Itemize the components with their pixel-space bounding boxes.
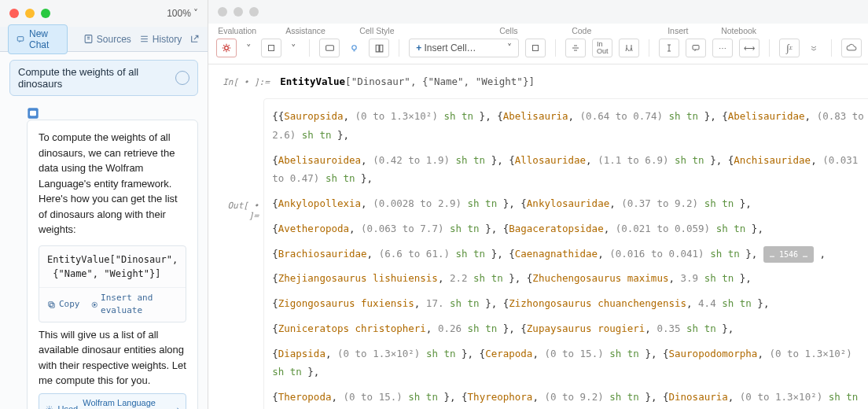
history-button[interactable]: History: [139, 34, 182, 45]
code-block: EntityValue["Dinosaur", {"Name", "Weight…: [39, 245, 186, 322]
insert-evaluate-button[interactable]: Insert and evaluate: [91, 292, 178, 318]
stop-icon: [267, 43, 276, 53]
assistant-icon: [27, 107, 198, 120]
cloud-button[interactable]: [841, 39, 862, 57]
output-row: {Zigongosaurus fuxiensis, 17. sh tn }, {…: [272, 291, 868, 316]
svg-rect-0: [17, 36, 24, 40]
chevron-right-icon: ›: [177, 403, 180, 409]
assistant-mid-text: This will give us a list of all availabl…: [39, 327, 186, 389]
output-row: {Theropoda, (0 to 15.) sh tn }, {Thyreop…: [272, 385, 868, 409]
chat-icon: [17, 34, 24, 45]
gear-red-icon: [221, 42, 232, 53]
left-titlebar: 100% ˅: [0, 0, 208, 27]
in-label: In[ • ]:=: [223, 77, 270, 87]
right-titlebar: [208, 0, 868, 24]
cloud-icon: [846, 42, 857, 53]
list-icon: [139, 34, 149, 44]
output-row: {Zuniceratops christopheri, 0.26 sh tn }…: [272, 316, 868, 341]
svg-rect-3: [30, 111, 36, 116]
output-row: {Ankylopollexia, (0.0028 to 2.9) sh tn }…: [272, 191, 868, 216]
window-controls-right: [218, 7, 259, 17]
iconize-button[interactable]: ⋯: [712, 39, 733, 57]
notebook-body: In[ • ]:= EntityValue["Dinosaur", {"Name…: [208, 64, 868, 409]
user-avatar-icon: [175, 71, 189, 85]
divide-icon: [571, 43, 580, 53]
clear-out-button[interactable]: [619, 39, 639, 57]
abort-dropdown[interactable]: ˅: [288, 39, 300, 57]
svg-rect-5: [49, 301, 53, 306]
svg-rect-4: [50, 303, 54, 308]
tool-chip[interactable]: Used Wolfram Language Evaluator ›: [39, 393, 186, 410]
comment-button[interactable]: [686, 39, 706, 57]
minimize-dot[interactable]: [25, 9, 35, 18]
svg-rect-12: [533, 46, 539, 51]
chat-pane: 100% ˅ New Chat Sources History Compute …: [0, 0, 208, 409]
output-cell: Out[ • ]= {{Sauropsida, (0 to 1.3×10²) s…: [223, 98, 868, 409]
output-box: {{Sauropsida, (0 to 1.3×10²) sh tn }, {A…: [263, 98, 868, 409]
ribbon-labels: Evaluation Assistance Cell Style Cells C…: [208, 24, 868, 35]
user-message: Compute the weights of all dinosaurs: [9, 60, 198, 96]
eval-dropdown[interactable]: ˅: [243, 39, 255, 57]
output-row: {Avetheropoda, (0.063 to 7.7) sh tn }, {…: [272, 216, 868, 241]
chat-toolbar: New Chat Sources History: [0, 27, 208, 52]
cursor-button[interactable]: [659, 39, 679, 57]
more-badge[interactable]: … 1546 …: [763, 246, 814, 263]
sweep-icon: [624, 43, 634, 53]
play-icon: [91, 300, 98, 309]
abort-button[interactable]: [261, 39, 281, 57]
close-dot[interactable]: [9, 9, 19, 18]
book-icon: [374, 43, 384, 53]
sources-button[interactable]: Sources: [83, 34, 131, 45]
integral-button[interactable]: ∫Σ: [779, 39, 800, 57]
input-cell[interactable]: In[ • ]:= EntityValue["Dinosaur", {"Name…: [223, 76, 868, 87]
assistant-intro-text: To compute the weights of all dinosaurs,…: [39, 130, 186, 238]
evaluate-button[interactable]: [216, 39, 237, 57]
chevrons-down-icon: [809, 43, 818, 53]
output-row: {Diapsida, (0 to 1.3×10²) sh tn }, {Cera…: [272, 341, 868, 385]
cell-bracket-button[interactable]: [525, 39, 546, 57]
svg-point-8: [225, 46, 229, 50]
bulb-icon: [349, 43, 359, 53]
cursor-icon: [664, 43, 674, 53]
docs-button[interactable]: [369, 39, 389, 57]
zoom-dot[interactable]: [249, 7, 259, 17]
chevron-down-icon: ˅: [507, 42, 512, 53]
insert-cell-dropdown[interactable]: + Insert Cell… ˅: [409, 39, 519, 57]
output-row: {Zhejiangosaurus lishuiensis, 2.2 sh tn …: [272, 266, 868, 291]
svg-point-11: [352, 45, 356, 49]
bulb-button[interactable]: [346, 39, 362, 57]
popout-button[interactable]: [189, 34, 200, 44]
insert-more-button[interactable]: [806, 39, 822, 57]
bracket-icon: [531, 43, 540, 53]
close-dot[interactable]: [218, 7, 227, 17]
external-icon: [189, 34, 200, 44]
code-content: EntityValue["Dinosaur", {"Name", "Weight…: [39, 246, 186, 287]
sources-icon: [83, 34, 94, 44]
divide-cell-button[interactable]: [565, 39, 586, 57]
chat-icon: [325, 43, 335, 53]
match-button[interactable]: ⟷: [739, 39, 760, 57]
zoom-label[interactable]: 100% ˅: [167, 8, 198, 19]
out-label: Out[ • ]=: [223, 98, 259, 409]
minimize-dot[interactable]: [234, 7, 243, 17]
ribbon: ˅ ˅ + Insert Cell… ˅ InOut ⋯ ⟷: [208, 35, 868, 64]
zoom-dot[interactable]: [41, 9, 50, 18]
svg-rect-10: [326, 45, 333, 50]
chat-toggle-button[interactable]: [319, 39, 340, 57]
assistant-message: To compute the weights of all dinosaurs,…: [27, 120, 198, 409]
output-row: {Abelisauroidea, (0.42 to 1.9) sh tn }, …: [272, 148, 868, 192]
chat-body: Compute the weights of all dinosaurs To …: [0, 52, 208, 409]
copy-icon: [47, 300, 56, 309]
new-chat-button[interactable]: New Chat: [8, 24, 68, 54]
bubble-icon: [691, 43, 701, 53]
svg-rect-13: [693, 46, 699, 50]
notebook-pane: Evaluation Assistance Cell Style Cells C…: [208, 0, 868, 409]
gear-icon: [46, 404, 53, 409]
output-row: {Brachiosauridae, (6.6 to 61.) sh tn }, …: [272, 241, 868, 267]
in-out-button[interactable]: InOut: [592, 39, 612, 57]
copy-button[interactable]: Copy: [47, 292, 80, 318]
output-row: {{Sauropsida, (0 to 1.3×10²) sh tn }, {A…: [272, 104, 868, 148]
window-controls: [9, 9, 50, 18]
svg-rect-9: [269, 46, 274, 51]
